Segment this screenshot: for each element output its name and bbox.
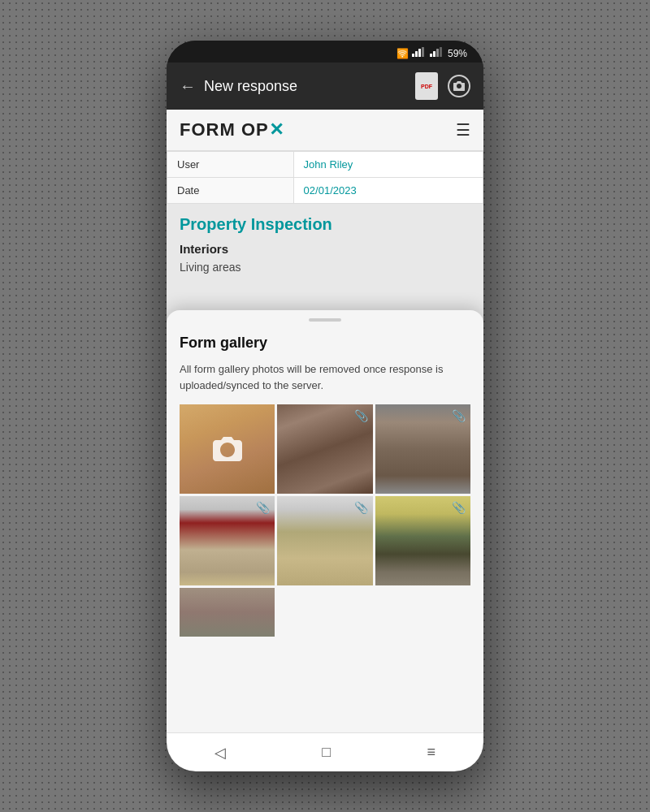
- brand-bar: FORM OP✕ ☰: [167, 110, 483, 151]
- brand-accent: ✕: [269, 119, 284, 140]
- phone-frame: 🛜 59%: [167, 41, 483, 771]
- content-area: User John Riley Date 02/01/2023 Property…: [167, 151, 483, 732]
- attachment-icon-6: 📎: [452, 501, 466, 514]
- wifi-icon: 🛜: [396, 48, 409, 59]
- battery-text: 59%: [448, 48, 467, 59]
- signal-bars-icon: [412, 47, 427, 59]
- nav-recents-button[interactable]: ≡: [410, 737, 452, 767]
- header-actions: [415, 72, 470, 100]
- photo-grid: 📎 📎 📎: [180, 404, 470, 637]
- gallery-title: Form gallery: [180, 335, 470, 352]
- attachment-icon-4: 📎: [256, 501, 270, 514]
- attachment-icon-5: 📎: [354, 501, 368, 514]
- date-value: 02/01/2023: [293, 178, 483, 204]
- user-value: John Riley: [293, 152, 483, 178]
- status-icons: 🛜 59%: [396, 47, 467, 59]
- svg-rect-2: [418, 49, 421, 57]
- nav-bar: ◁ □ ≡: [167, 732, 483, 771]
- header-left: ← New response: [180, 77, 297, 96]
- gallery-photo-3[interactable]: 📎: [375, 404, 470, 494]
- gallery-photo-7[interactable]: [180, 588, 275, 637]
- gallery-photo-4[interactable]: 📎: [180, 496, 275, 585]
- svg-rect-0: [412, 54, 414, 57]
- attachment-icon-2: 📎: [354, 409, 368, 422]
- form-title: Property Inspection: [180, 215, 470, 234]
- attachment-icon-3: 📎: [452, 409, 466, 422]
- gallery-photo-5[interactable]: 📎: [277, 496, 372, 585]
- svg-rect-5: [433, 51, 436, 57]
- gallery-photo-6[interactable]: 📎: [375, 496, 470, 585]
- pdf-export-button[interactable]: [415, 72, 438, 100]
- table-row: User John Riley: [167, 152, 483, 178]
- signal-bars-2-icon: [430, 47, 444, 59]
- gallery-description: All form gallery photos will be removed …: [180, 361, 470, 393]
- status-bar: 🛜 59%: [167, 41, 483, 63]
- user-info-table: User John Riley Date 02/01/2023: [167, 151, 483, 204]
- nav-home-button[interactable]: □: [306, 737, 347, 767]
- svg-rect-7: [440, 47, 442, 57]
- section-heading: Interiors: [180, 242, 470, 256]
- subsection-heading: Living areas: [180, 261, 470, 274]
- page-title: New response: [204, 78, 297, 95]
- svg-rect-6: [436, 49, 439, 57]
- svg-rect-4: [430, 54, 432, 57]
- sheet-body: Form gallery All form gallery photos wil…: [167, 322, 483, 650]
- hamburger-menu-button[interactable]: ☰: [456, 120, 470, 140]
- gallery-photo-1[interactable]: [180, 404, 275, 494]
- gallery-photo-2[interactable]: 📎: [277, 404, 372, 494]
- camera-button[interactable]: [448, 75, 470, 97]
- nav-back-button[interactable]: ◁: [198, 737, 242, 768]
- svg-rect-3: [422, 47, 424, 57]
- app-header: ← New response: [167, 63, 483, 110]
- svg-rect-1: [415, 51, 418, 57]
- back-button[interactable]: ←: [180, 77, 196, 96]
- user-label: User: [167, 152, 294, 178]
- camera-placeholder-icon: [213, 437, 242, 461]
- table-row: Date 02/01/2023: [167, 178, 483, 204]
- form-section: Property Inspection Interiors Living are…: [167, 204, 483, 280]
- form-gallery-sheet: Form gallery All form gallery photos wil…: [167, 310, 483, 732]
- date-label: Date: [167, 178, 294, 204]
- brand-logo: FORM OP✕: [180, 119, 284, 140]
